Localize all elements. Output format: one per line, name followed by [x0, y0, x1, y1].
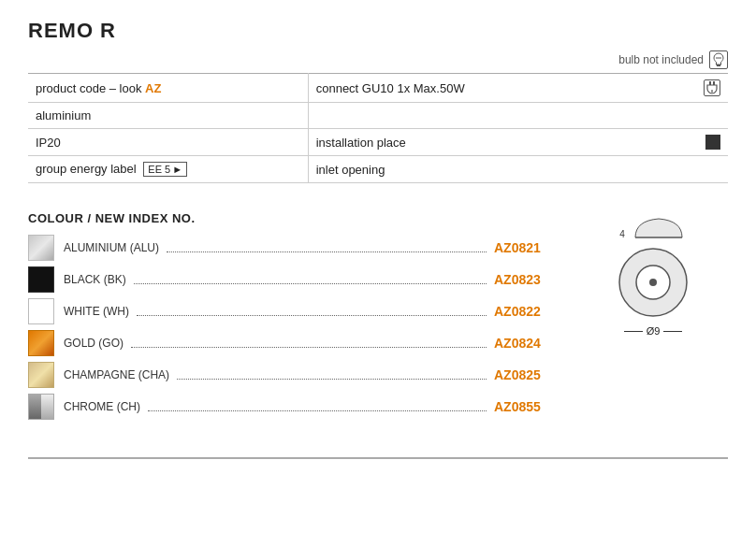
colour-code: AZ0822	[494, 304, 560, 319]
colour-code: AZ0824	[494, 336, 560, 351]
colour-code: AZ0823	[494, 272, 560, 287]
bottom-dim-row: Ø9	[624, 325, 683, 337]
inlet-opening-text: inlet opening	[316, 163, 385, 177]
energy-label-cell: group energy label EE 5 ►	[28, 156, 308, 183]
dots-separator	[167, 243, 487, 252]
colour-swatch	[28, 330, 54, 356]
bulb-not-included-icon	[709, 50, 728, 69]
installation-cell: installation place	[308, 129, 728, 156]
energy-label-text: group energy label	[36, 162, 137, 176]
side-view-svg	[631, 211, 687, 239]
list-item: WHITE (WH) AZ0822	[28, 298, 560, 324]
aluminium-label: aluminium	[36, 108, 91, 122]
colour-code: AZ0821	[494, 240, 560, 255]
table-row-aluminium: aluminium	[28, 103, 728, 129]
colour-swatch	[28, 298, 54, 324]
colour-list: ALUMINIUM (ALU) AZ0821 BLACK (BK) AZ0823…	[28, 235, 560, 420]
table-row-energy: group energy label EE 5 ► inlet opening	[28, 156, 728, 183]
bulb-notice-text: bulb not included	[618, 53, 704, 66]
colour-name: ALUMINIUM (ALU) AZ0821	[64, 240, 560, 255]
installation-place-text: installation place	[316, 136, 406, 150]
side-dim-label: 4	[619, 229, 625, 239]
dots-separator	[131, 338, 487, 348]
top-view-svg	[616, 245, 691, 320]
dots-separator	[148, 402, 487, 411]
connect-info-cell: connect GU10 1x Max.50W	[308, 74, 728, 103]
product-code-label: product code – look	[36, 81, 141, 95]
colour-name: GOLD (GO) AZ0824	[64, 336, 560, 351]
bottom-dim-label: Ø9	[647, 325, 661, 337]
aluminium-cell: aluminium	[28, 103, 308, 129]
energy-badge-value: EE 5	[148, 164, 170, 175]
colour-name: BLACK (BK) AZ0823	[64, 272, 560, 287]
bulb-notice-row: bulb not included	[28, 50, 728, 69]
colour-swatch	[28, 266, 54, 293]
colours-section-title: COLOUR / NEW INDEX NO.	[28, 211, 560, 225]
colour-swatch	[28, 394, 54, 420]
energy-badge-arrow: ►	[172, 164, 182, 175]
colour-name: CHAMPAGNE (CHA) AZ0825	[64, 367, 560, 382]
bottom-dim-line-right	[663, 331, 682, 332]
inlet-cell: inlet opening	[308, 156, 728, 183]
colour-name: CHROME (CH) AZ0855	[64, 399, 560, 414]
colour-swatch	[28, 362, 54, 388]
product-code-cell: product code – look AZ	[28, 74, 308, 103]
dots-separator	[137, 307, 487, 316]
table-row-product-code: product code – look AZ connect GU10 1x M…	[28, 74, 728, 103]
colour-code: AZ0825	[494, 367, 560, 382]
list-item: GOLD (GO) AZ0824	[28, 330, 560, 356]
installation-icon	[705, 135, 720, 150]
list-item: CHAMPAGNE (CHA) AZ0825	[28, 362, 560, 388]
list-item: CHROME (CH) AZ0855	[28, 394, 560, 420]
footer-line	[28, 457, 728, 459]
colour-name: WHITE (WH) AZ0822	[64, 304, 560, 319]
svg-point-9	[649, 279, 657, 286]
list-item: BLACK (BK) AZ0823	[28, 266, 560, 293]
connect-text: connect GU10 1x Max.50W	[316, 81, 465, 95]
dots-separator	[134, 275, 487, 284]
plug-icon	[704, 79, 720, 96]
content-wrapper: product code – look AZ connect GU10 1x M…	[28, 73, 728, 438]
page-title: REMO R	[28, 19, 728, 43]
side-view-container: 4	[619, 211, 687, 239]
colour-swatch	[28, 235, 54, 261]
table-row-ip: IP20 installation place	[28, 129, 728, 156]
dots-separator	[177, 370, 487, 380]
list-item: ALUMINIUM (ALU) AZ0821	[28, 235, 560, 261]
ip20-cell: IP20	[28, 129, 308, 156]
colour-code: AZ0855	[494, 399, 560, 414]
bottom-dim-line-left	[624, 331, 643, 332]
aluminium-right-cell	[308, 103, 728, 129]
energy-badge: EE 5 ►	[143, 162, 187, 177]
az-highlight: AZ	[145, 81, 161, 95]
info-table: product code – look AZ connect GU10 1x M…	[28, 73, 728, 183]
ip20-label: IP20	[36, 136, 61, 150]
